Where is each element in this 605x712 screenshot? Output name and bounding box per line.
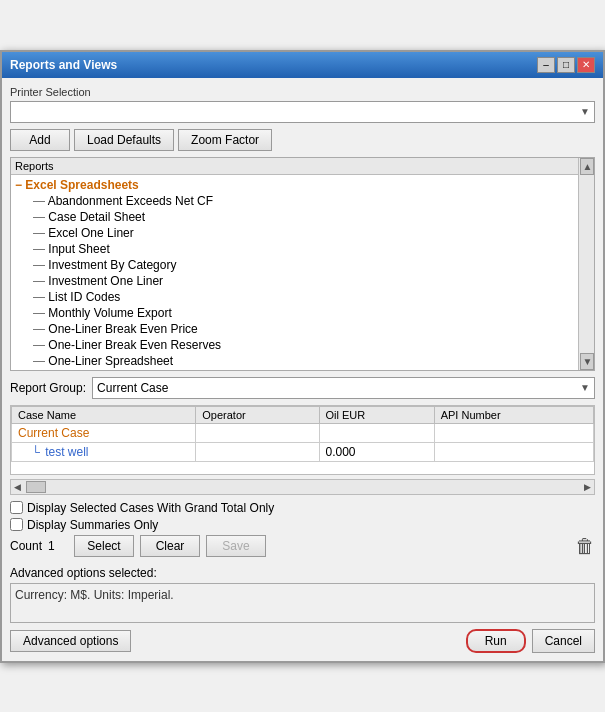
close-button[interactable]: ✕ (577, 57, 595, 73)
tree-item-case-detail[interactable]: — Case Detail Sheet (13, 209, 576, 225)
window-title: Reports and Views (10, 58, 117, 72)
load-defaults-button[interactable]: Load Defaults (74, 129, 174, 151)
scroll-down-arrow[interactable]: ▼ (580, 353, 594, 370)
cell-oil-eur-0 (319, 423, 434, 442)
count-label: Count (10, 539, 42, 553)
reports-panel: Reports − Excel Spreadsheets — Abandonme… (11, 158, 578, 370)
reports-list[interactable]: − Excel Spreadsheets — Abandonment Excee… (11, 175, 578, 370)
report-group-arrow: ▼ (580, 382, 590, 393)
tree-item-one-liner-break-even-reserves[interactable]: — One-Liner Break Even Reserves (13, 337, 576, 353)
maximize-button[interactable]: □ (557, 57, 575, 73)
report-group-combo[interactable]: Current Case ▼ (92, 377, 595, 399)
scroll-track (580, 175, 594, 353)
col-operator: Operator (196, 406, 319, 423)
reports-section-label: Reports (11, 158, 578, 175)
table-row[interactable]: Current Case (12, 423, 594, 442)
printer-combo-arrow: ▼ (580, 106, 590, 117)
title-bar-buttons: – □ ✕ (537, 57, 595, 73)
tree-item-list-id-codes[interactable]: — List ID Codes (13, 289, 576, 305)
main-window: Reports and Views – □ ✕ Printer Selectio… (0, 50, 605, 663)
window-content: Printer Selection ▼ Add Load Defaults Zo… (2, 78, 603, 661)
clear-button[interactable]: Clear (140, 535, 200, 557)
reports-scrollbar[interactable]: ▲ ▼ (578, 158, 594, 370)
printer-combo[interactable]: ▼ (10, 101, 595, 123)
excel-root-label: Excel Spreadsheets (25, 178, 138, 192)
tree-item-investment-one-liner[interactable]: — Investment One Liner (13, 273, 576, 289)
checkbox-summaries-row: Display Summaries Only (10, 518, 595, 532)
report-group-value: Current Case (97, 381, 168, 395)
checkbox-grand-total-row: Display Selected Cases With Grand Total … (10, 501, 595, 515)
report-group-row: Report Group: Current Case ▼ (10, 377, 595, 399)
toolbar: Add Load Defaults Zoom Factor (10, 129, 595, 151)
report-group-label: Report Group: (10, 381, 86, 395)
cell-operator-1 (196, 442, 319, 461)
reports-list-inner: − Excel Spreadsheets — Abandonment Excee… (11, 175, 578, 370)
horiz-scroll-thumb[interactable] (26, 481, 46, 493)
title-bar: Reports and Views – □ ✕ (2, 52, 603, 78)
trash-icon[interactable]: 🗑 (575, 535, 595, 558)
advanced-options-box: Currency: M$. Units: Imperial. (10, 583, 595, 623)
col-api-number: API Number (434, 406, 593, 423)
tree-item-excel-root[interactable]: − Excel Spreadsheets (13, 177, 576, 193)
col-oil-eur: Oil EUR (319, 406, 434, 423)
root-minus: − (15, 178, 25, 192)
run-button[interactable]: Run (466, 629, 526, 653)
cancel-button[interactable]: Cancel (532, 629, 595, 653)
printer-selection-label: Printer Selection (10, 86, 595, 98)
advanced-options-selected-label: Advanced options selected: (10, 566, 595, 580)
advanced-options-button[interactable]: Advanced options (10, 630, 131, 652)
cell-operator-0 (196, 423, 319, 442)
tree-item-monthly-volume[interactable]: — Monthly Volume Export (13, 305, 576, 321)
cases-table-container: Case Name Operator Oil EUR API Number Cu… (10, 405, 595, 475)
tree-item-input-sheet[interactable]: — Input Sheet (13, 241, 576, 257)
tree-item-excel-one-liner[interactable]: — Excel One Liner (13, 225, 576, 241)
checkbox-summaries-label: Display Summaries Only (27, 518, 158, 532)
add-button[interactable]: Add (10, 129, 70, 151)
cell-case-name-1: └ test well (12, 442, 196, 461)
cell-case-name-0: Current Case (12, 423, 196, 442)
zoom-factor-button[interactable]: Zoom Factor (178, 129, 272, 151)
minimize-button[interactable]: – (537, 57, 555, 73)
scroll-up-arrow[interactable]: ▲ (580, 158, 594, 175)
checkbox-grand-total-label: Display Selected Cases With Grand Total … (27, 501, 274, 515)
tree-item-p2caseinfo[interactable]: — P2CaseInfo (13, 369, 576, 370)
tree-item-abandonment[interactable]: — Abandonment Exceeds Net CF (13, 193, 576, 209)
scroll-left-arrow[interactable]: ◀ (11, 482, 24, 492)
tree-item-investment-by-cat[interactable]: — Investment By Category (13, 257, 576, 273)
cell-api-number-0 (434, 423, 593, 442)
scroll-right-arrow[interactable]: ▶ (581, 482, 594, 492)
tree-item-one-liner-break-even-price[interactable]: — One-Liner Break Even Price (13, 321, 576, 337)
advanced-options-text: Currency: M$. Units: Imperial. (15, 588, 174, 602)
printer-select-row: ▼ (10, 101, 595, 123)
table-row[interactable]: └ test well 0.000 (12, 442, 594, 461)
tree-item-one-liner-spreadsheet[interactable]: — One-Liner Spreadsheet (13, 353, 576, 369)
cell-oil-eur-1: 0.000 (319, 442, 434, 461)
save-button[interactable]: Save (206, 535, 266, 557)
bottom-row: Advanced options Run Cancel (10, 629, 595, 653)
count-row: Count 1 Select Clear Save 🗑 (10, 535, 595, 558)
reports-section: Reports − Excel Spreadsheets — Abandonme… (10, 157, 595, 371)
count-value: 1 (48, 539, 68, 553)
col-case-name: Case Name (12, 406, 196, 423)
bottom-right-buttons: Run Cancel (466, 629, 595, 653)
cell-api-number-1 (434, 442, 593, 461)
checkbox-grand-total[interactable] (10, 501, 23, 514)
cases-table: Case Name Operator Oil EUR API Number Cu… (11, 406, 594, 462)
select-button[interactable]: Select (74, 535, 134, 557)
checkbox-summaries[interactable] (10, 518, 23, 531)
horiz-scrollbar[interactable]: ◀ ▶ (10, 479, 595, 495)
